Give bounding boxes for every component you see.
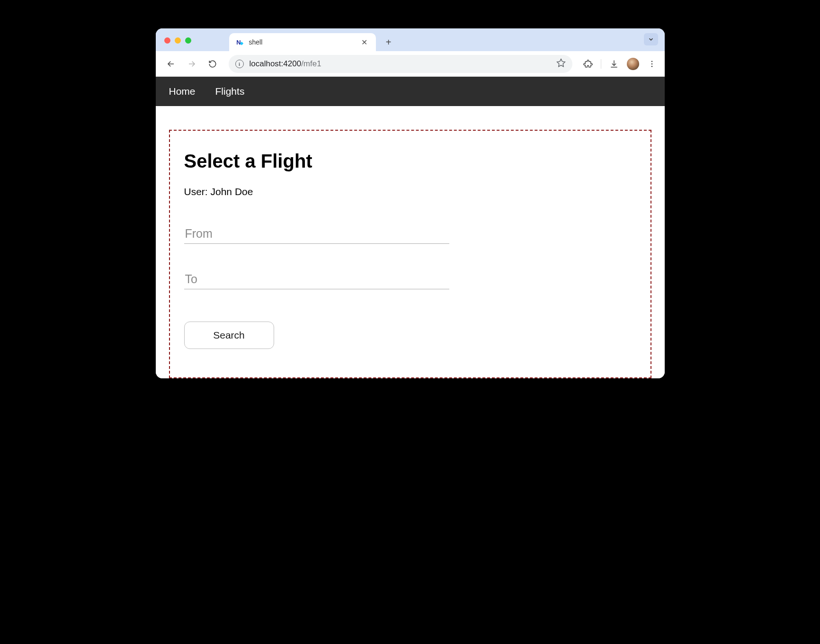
search-button[interactable]: Search	[184, 322, 274, 349]
url-path: /mfe1	[301, 59, 321, 68]
from-field	[184, 224, 449, 244]
address-bar[interactable]: i localhost:4200/mfe1	[229, 55, 572, 73]
url-host: localhost:4200	[250, 59, 302, 68]
arrow-right-icon	[187, 60, 196, 68]
svg-point-4	[651, 63, 652, 64]
svg-point-5	[651, 65, 652, 67]
to-input[interactable]	[184, 269, 449, 289]
to-field	[184, 269, 449, 289]
tab-title: shell	[249, 38, 355, 46]
site-info-icon[interactable]: i	[235, 60, 244, 68]
reload-icon	[208, 60, 217, 68]
puzzle-icon	[583, 59, 593, 69]
browser-tab-bar: N◆ shell ✕ +	[156, 28, 665, 51]
mfe-container: Select a Flight User: John Doe Search	[169, 130, 651, 378]
toolbar-right	[582, 58, 658, 70]
user-info: User: John Doe	[184, 186, 636, 197]
svg-point-3	[651, 61, 652, 62]
page-content: Home Flights Select a Flight User: John …	[156, 77, 665, 378]
kebab-menu-icon	[648, 60, 656, 68]
tab-favicon: N◆	[236, 38, 244, 46]
window-minimize-button[interactable]	[175, 37, 181, 44]
user-name: John Doe	[211, 186, 253, 197]
profile-avatar[interactable]	[627, 58, 639, 70]
chevron-down-icon	[648, 36, 654, 43]
download-icon	[609, 59, 619, 69]
app-navbar: Home Flights	[156, 77, 665, 106]
toolbar-divider	[601, 59, 601, 69]
url-text: localhost:4200/mfe1	[250, 59, 551, 69]
browser-tab[interactable]: N◆ shell ✕	[229, 33, 376, 51]
browser-menu-button[interactable]	[646, 58, 658, 70]
user-label: User:	[184, 186, 211, 197]
window-maximize-button[interactable]	[185, 37, 191, 44]
from-input[interactable]	[184, 224, 449, 244]
browser-toolbar: i localhost:4200/mfe1	[156, 51, 665, 77]
nav-flights[interactable]: Flights	[215, 86, 245, 97]
tab-close-icon[interactable]: ✕	[359, 38, 369, 47]
star-icon	[556, 58, 566, 68]
page-title: Select a Flight	[184, 151, 636, 172]
tabs-dropdown-button[interactable]	[644, 33, 658, 45]
arrow-left-icon	[167, 60, 175, 68]
forward-button[interactable]	[183, 55, 200, 72]
reload-button[interactable]	[204, 55, 221, 72]
nav-home[interactable]: Home	[169, 86, 196, 97]
svg-marker-2	[557, 59, 565, 66]
window-controls	[164, 37, 191, 44]
window-close-button[interactable]	[164, 37, 170, 44]
back-button[interactable]	[162, 55, 179, 72]
extensions-button[interactable]	[582, 58, 594, 70]
downloads-button[interactable]	[608, 58, 620, 70]
new-tab-button[interactable]: +	[382, 35, 396, 49]
bookmark-button[interactable]	[556, 58, 566, 70]
browser-window: N◆ shell ✕ + i localhost:4200/mfe1	[156, 28, 665, 378]
